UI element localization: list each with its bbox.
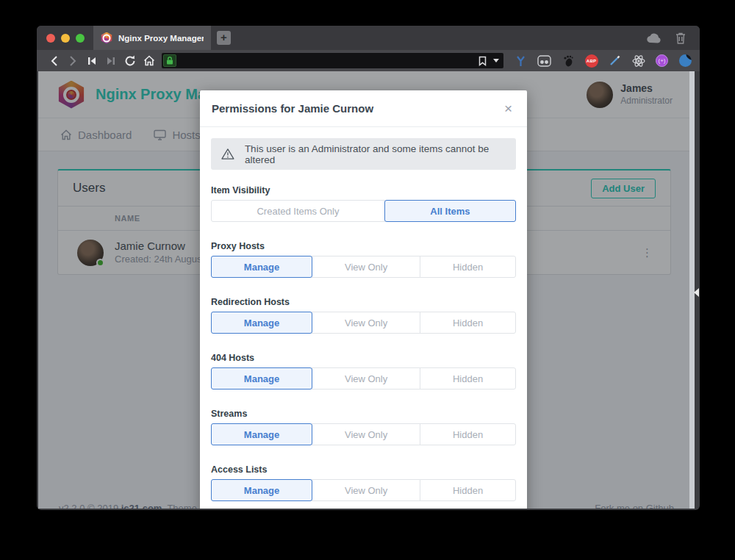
maximize-window-button[interactable]: [76, 34, 85, 43]
section-404-hosts: 404 Hosts Manage View Only Hidden: [211, 353, 516, 390]
proxy-hosts-view-only-button[interactable]: View Only: [312, 256, 420, 278]
404-hosts-view-only-button[interactable]: View Only: [312, 367, 420, 390]
react-devtools-icon[interactable]: [631, 54, 645, 68]
purple-extension-icon[interactable]: (+): [655, 54, 669, 68]
streams-manage-button[interactable]: Manage: [211, 423, 312, 445]
redirection-hosts-hidden-button[interactable]: Hidden: [420, 312, 516, 334]
cloud-sync-icon[interactable]: [647, 31, 662, 46]
back-button[interactable]: [44, 52, 63, 70]
trash-icon[interactable]: [673, 31, 688, 46]
section-redirection-hosts: Redirection Hosts Manage View Only Hidde…: [211, 297, 516, 334]
streams-view-only-button[interactable]: View Only: [312, 423, 420, 445]
404-hosts-hidden-button[interactable]: Hidden: [420, 367, 516, 390]
redirection-hosts-manage-button[interactable]: Manage: [211, 312, 312, 334]
page-content: Nginx Proxy Manager James Administrator …: [38, 71, 695, 509]
section-streams: Streams Manage View Only Hidden: [211, 409, 516, 445]
modal-title: Permissions for Jamie Curnow: [212, 102, 373, 115]
new-tab-button[interactable]: +: [217, 31, 231, 45]
reload-button[interactable]: [121, 52, 140, 70]
bookmark-icon[interactable]: [478, 56, 487, 66]
pie-clock-extension-icon[interactable]: [678, 54, 692, 68]
browser-toolbar: ABP (+): [37, 50, 700, 71]
close-window-button[interactable]: [46, 34, 55, 43]
access-lists-view-only-button[interactable]: View Only: [312, 479, 420, 501]
section-label: Proxy Hosts: [211, 241, 516, 251]
container-extension-icon[interactable]: [537, 54, 551, 68]
access-lists-hidden-button[interactable]: Hidden: [420, 479, 516, 501]
section-proxy-hosts: Proxy Hosts Manage View Only Hidden: [211, 241, 516, 278]
redirection-hosts-view-only-button[interactable]: View Only: [312, 312, 420, 334]
section-label: Item Visibility: [211, 185, 516, 195]
admin-warning-banner: This user is an Administrator and some i…: [211, 138, 516, 170]
browser-window: Nginx Proxy Manager +: [37, 26, 700, 510]
browser-tab-bar: Nginx Proxy Manager +: [37, 26, 700, 50]
section-label: Redirection Hosts: [211, 297, 516, 307]
browser-tab[interactable]: Nginx Proxy Manager: [93, 26, 211, 50]
section-access-lists: Access Lists Manage View Only Hidden: [211, 464, 516, 501]
minimize-window-button[interactable]: [61, 34, 70, 43]
section-label: Streams: [211, 409, 516, 419]
extension-icons: ABP (+): [514, 54, 692, 68]
section-item-visibility: Item Visibility Created Items Only All I…: [211, 185, 516, 222]
proxy-hosts-hidden-button[interactable]: Hidden: [420, 256, 516, 278]
access-lists-manage-button[interactable]: Manage: [211, 479, 312, 501]
item-visibility-all-items-button[interactable]: All Items: [384, 200, 516, 222]
streams-hidden-button[interactable]: Hidden: [420, 423, 516, 445]
favicon-nginx-proxy-manager: [101, 32, 112, 44]
permissions-modal: Permissions for Jamie Curnow × This user…: [200, 90, 527, 509]
https-lock-icon[interactable]: [163, 54, 176, 67]
bookmark-dropdown-caret[interactable]: [493, 59, 499, 62]
item-visibility-created-items-only-button[interactable]: Created Items Only: [211, 200, 385, 222]
section-label: Access Lists: [211, 464, 516, 475]
adblock-plus-icon[interactable]: ABP: [584, 54, 598, 68]
section-label: 404 Hosts: [211, 353, 516, 363]
session-back-button[interactable]: [82, 52, 101, 70]
forward-button[interactable]: [63, 52, 82, 70]
gnome-foot-icon[interactable]: [561, 54, 575, 68]
404-hosts-manage-button[interactable]: Manage: [211, 367, 312, 390]
window-edge-arrow[interactable]: [694, 288, 699, 297]
keepass-extension-icon[interactable]: [514, 54, 528, 68]
tab-title: Nginx Proxy Manager: [118, 34, 204, 43]
warning-text: This user is an Administrator and some i…: [245, 143, 506, 165]
home-button[interactable]: [140, 52, 159, 70]
warning-triangle-icon: [221, 148, 234, 160]
address-bar[interactable]: [162, 53, 503, 68]
stylus-pen-icon[interactable]: [608, 54, 622, 68]
session-forward-button[interactable]: [101, 52, 121, 70]
proxy-hosts-manage-button[interactable]: Manage: [211, 256, 312, 278]
modal-close-button[interactable]: ×: [501, 100, 515, 117]
window-controls: [37, 34, 93, 43]
